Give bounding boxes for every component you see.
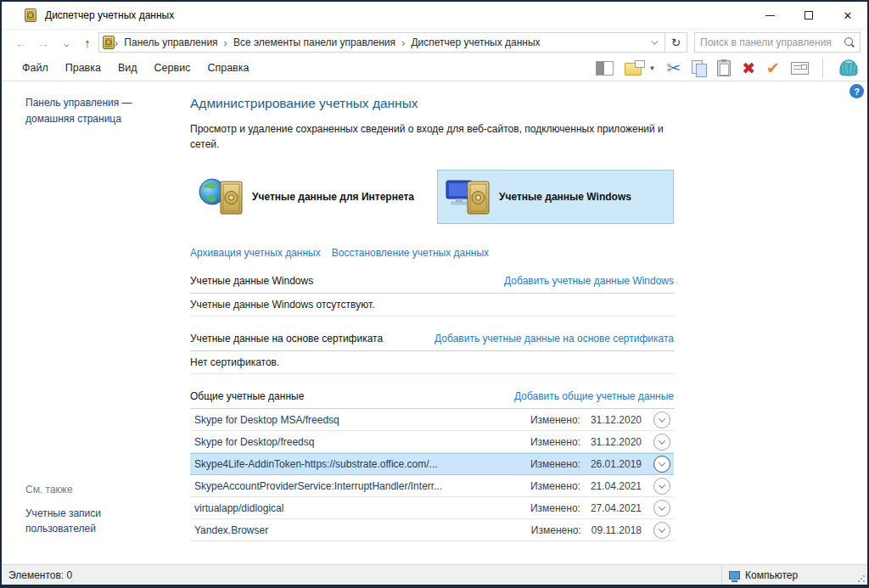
up-button[interactable]: ↑ <box>76 36 98 50</box>
menu-help[interactable]: Справка <box>199 62 257 74</box>
forward-icon: → <box>37 36 50 50</box>
title-bar: Диспетчер учетных данных ✕ <box>2 2 867 29</box>
credential-row[interactable]: Skype for Desktop/freedsq Изменено: 31.1… <box>190 431 674 453</box>
refresh-icon: ↻ <box>671 36 681 49</box>
tile-windows-credentials[interactable]: Учетные данные Windows <box>437 170 674 224</box>
minimize-button[interactable] <box>750 2 789 29</box>
credential-row[interactable]: Yandex.Browser Изменено: 09.11.2018 <box>190 519 674 541</box>
back-icon: ← <box>15 36 28 50</box>
paste-icon[interactable] <box>717 60 731 76</box>
breadcrumb-vault-icon <box>103 36 115 49</box>
credential-name: Skype4Life-AddinToken-https://substrate.… <box>194 458 530 470</box>
address-history-button[interactable] <box>646 40 661 45</box>
resize-grip[interactable] <box>857 574 866 583</box>
status-computer-zone: Компьютер <box>721 565 867 585</box>
app-vault-icon <box>25 8 36 22</box>
sidebar-item-control-panel-home[interactable]: Панель управления — домашняя страница <box>25 95 161 126</box>
toolbar: ▼ ✂ ✖ ✔ <box>596 58 861 78</box>
chevron-down-icon <box>659 481 665 488</box>
computer-icon <box>729 571 740 580</box>
credential-name: virtualapp/didlogical <box>194 502 530 514</box>
back-button[interactable]: ← <box>10 36 32 50</box>
chevron-down-icon <box>659 503 665 510</box>
monitor-vault-icon <box>445 175 492 219</box>
section-certificate-credentials: Учетные данные на основе сертификата Доб… <box>190 333 674 351</box>
menu-bar: Файл Правка Вид Сервис Справка ▼ ✂ ✖ ✔ <box>2 55 867 81</box>
modified-date: 27.04.2021 <box>591 502 642 514</box>
section-generic-credentials: Общие учетные данные Добавить общие учет… <box>190 390 674 409</box>
help-icon: ? <box>854 87 860 97</box>
restore-credentials-link[interactable]: Восстановление учетных данных <box>332 247 489 259</box>
chevron-down-icon <box>659 437 665 444</box>
credential-name: Skype for Desktop MSA/freedsq <box>194 414 530 426</box>
tile-label: Учетные данные для Интернета <box>252 191 414 203</box>
credential-row[interactable]: virtualapp/didlogical Изменено: 27.04.20… <box>190 497 674 519</box>
menu-view[interactable]: Вид <box>109 62 146 74</box>
chevron-down-icon <box>659 415 665 422</box>
chevron-down-icon <box>651 37 658 44</box>
modified-label: Изменено: <box>530 480 580 492</box>
credential-row[interactable]: SkypeAccountProviderService:InterruptHan… <box>190 475 674 497</box>
shell-icon[interactable] <box>837 58 861 78</box>
close-button[interactable]: ✕ <box>828 2 867 29</box>
expand-button[interactable] <box>653 478 670 495</box>
credential-name: SkypeAccountProviderService:InterruptHan… <box>194 480 530 492</box>
modified-date: 26.01.2019 <box>591 458 642 470</box>
main-content: Администрирование учетных данных Просмот… <box>190 81 867 564</box>
menu-edit[interactable]: Правка <box>57 62 109 74</box>
expand-button[interactable] <box>653 456 670 473</box>
window-body: ? Панель управления — домашняя страница … <box>2 81 867 564</box>
address-bar: ← → ↑ › Панель управления › Все элементы… <box>2 29 867 55</box>
copy-icon[interactable] <box>692 60 706 76</box>
delete-icon[interactable]: ✖ <box>742 60 755 76</box>
page-title: Администрирование учетных данных <box>190 96 867 111</box>
breadcrumb-all-items[interactable]: Все элементы панели управления <box>227 36 401 48</box>
expand-button[interactable] <box>653 412 670 428</box>
expand-button[interactable] <box>653 434 670 451</box>
expand-button[interactable] <box>653 500 670 517</box>
maximize-button[interactable] <box>789 2 828 29</box>
search-input[interactable] <box>700 36 843 48</box>
views-button[interactable]: ▼ <box>625 60 655 76</box>
task-links: Архивация учетных данных Восстановление … <box>190 247 867 259</box>
menu-tools[interactable]: Сервис <box>146 62 199 74</box>
credential-name: Skype for Desktop/freedsq <box>194 436 530 448</box>
preview-pane-icon[interactable] <box>596 61 614 76</box>
refresh-button[interactable]: ↻ <box>665 32 687 53</box>
windows-credentials-empty-text: Учетные данные Windows отсутствуют. <box>190 294 674 316</box>
page-description: Просмотр и удаление сохраненных сведений… <box>190 121 678 152</box>
section-title: Общие учетные данные <box>190 390 514 402</box>
section-title: Учетные данные Windows <box>190 275 504 287</box>
modified-date: 31.12.2020 <box>591 436 642 448</box>
breadcrumb-control-panel[interactable]: Панель управления <box>118 36 223 48</box>
tile-web-credentials[interactable]: Учетные данные для Интернета <box>190 170 427 224</box>
credential-type-tiles: Учетные данные для Интернета <box>190 170 674 224</box>
sidebar-item-user-accounts[interactable]: Учетные записи пользователей <box>25 506 161 537</box>
credential-row[interactable]: Skype for Desktop MSA/freedsq Изменено: … <box>190 409 674 431</box>
globe-vault-icon <box>198 175 245 219</box>
menu-file[interactable]: Файл <box>14 62 57 74</box>
help-button[interactable]: ? <box>849 84 864 98</box>
add-windows-credential-link[interactable]: Добавить учетные данные Windows <box>504 275 674 287</box>
credential-row-selected[interactable]: Skype4Life-AddinToken-https://substrate.… <box>190 453 674 475</box>
chevron-down-icon <box>64 42 70 47</box>
checkmark-icon[interactable]: ✔ <box>766 60 780 76</box>
backup-credentials-link[interactable]: Архивация учетных данных <box>190 247 321 259</box>
tile-label: Учетные данные Windows <box>499 191 631 203</box>
modified-date: 09.11.2018 <box>591 524 642 536</box>
modified-label: Изменено: <box>531 524 581 536</box>
modified-date: 31.12.2020 <box>591 414 642 426</box>
add-generic-credential-link[interactable]: Добавить общие учетные данные <box>514 390 674 402</box>
section-windows-credentials: Учетные данные Windows Добавить учетные … <box>190 275 674 294</box>
recent-pages-button[interactable] <box>54 36 76 50</box>
expand-button[interactable] <box>653 522 670 539</box>
up-icon: ↑ <box>84 36 91 50</box>
add-certificate-credential-link[interactable]: Добавить учетные данные на основе сертиф… <box>434 333 674 344</box>
cut-icon[interactable]: ✂ <box>666 59 681 76</box>
properties-icon[interactable] <box>791 62 809 75</box>
modified-label: Изменено: <box>530 414 580 426</box>
breadcrumb-credential-manager[interactable]: Диспетчер учетных данных <box>405 36 546 48</box>
address-box[interactable]: › Панель управления › Все элементы панел… <box>98 32 665 53</box>
close-icon: ✕ <box>844 9 853 22</box>
forward-button[interactable]: → <box>32 36 54 50</box>
